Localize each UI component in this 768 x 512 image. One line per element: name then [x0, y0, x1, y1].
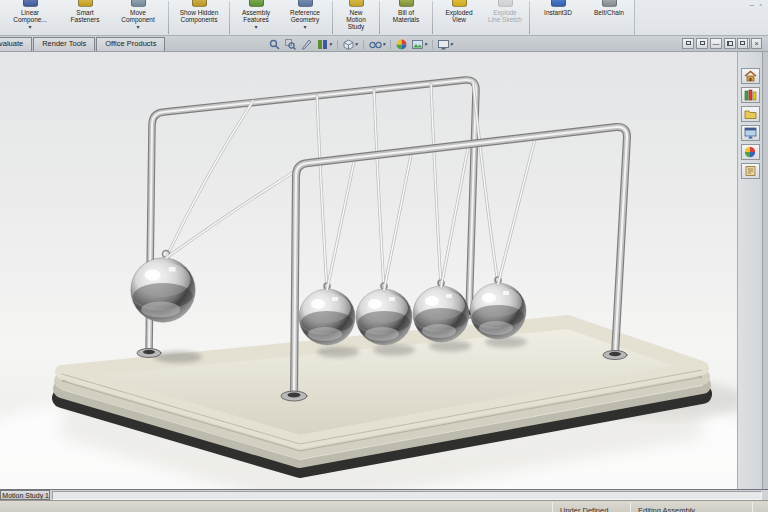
ribbon-item-instant3d[interactable]: Instant3D [532, 0, 584, 35]
chevron-down-icon[interactable]: ▾ [136, 24, 139, 30]
ribbon-tabs: Evaluate Render Tools Office Products [0, 37, 166, 51]
solidworks-resources-icon[interactable] [741, 68, 760, 84]
custom-properties-icon[interactable] [741, 163, 760, 179]
ribbon-group-separator [168, 1, 169, 34]
hide-show-items-icon[interactable]: ▾ [368, 38, 387, 50]
ribbon-empty-area: – ▫ [634, 0, 768, 35]
view-settings-icon[interactable]: ▾ [437, 38, 454, 50]
ribbon-item-move-component[interactable]: Move Component ▾ [110, 0, 166, 35]
main-area [0, 52, 768, 489]
show-hidden-components-icon [192, 0, 207, 7]
chevron-down-icon: ▾ [355, 41, 358, 47]
restore-button[interactable] [724, 38, 736, 49]
graphics-area[interactable] [0, 52, 737, 489]
ribbon-item-linear-component[interactable]: Linear Compone... ▾ [0, 0, 60, 35]
bill-of-materials-icon [399, 0, 414, 7]
window-menu-button-2[interactable] [696, 38, 708, 49]
ribbon-group-separator [432, 1, 433, 34]
ribbon-item-smart-fasteners[interactable]: Smart Fasteners [60, 0, 110, 35]
minimize-button[interactable]: — [710, 38, 722, 49]
tab-render-tools[interactable]: Render Tools [33, 37, 95, 51]
zoom-to-fit-icon[interactable] [268, 38, 281, 50]
tab-office-products[interactable]: Office Products [96, 37, 165, 51]
chevron-down-icon[interactable]: ▾ [254, 24, 257, 30]
model-tabs-bar: Motion Study 1 [0, 489, 768, 500]
ribbon-item-explode-line-sketch: Explode Line Sketch [483, 0, 527, 35]
chevron-down-icon: ▾ [329, 41, 332, 47]
toolbar-separator [390, 40, 391, 49]
app-window-controls-fragment: – ▫ [750, 1, 764, 8]
task-pane-edge[interactable] [762, 52, 768, 489]
view-palette-icon[interactable] [741, 125, 760, 141]
new-motion-study-icon [349, 0, 364, 7]
status-separator [752, 502, 753, 512]
chevron-down-icon: ▾ [383, 41, 386, 47]
display-style-icon[interactable]: ▾ [342, 38, 359, 50]
horizontal-scrollbar-track[interactable] [52, 491, 762, 500]
status-separator [630, 502, 631, 512]
assembly-features-icon [249, 0, 264, 7]
ribbon-item-new-motion-study[interactable]: New Motion Study [335, 0, 377, 35]
status-state: Under Defined [560, 506, 608, 512]
ribbon-item-bill-of-materials[interactable]: Bill of Materials [382, 0, 430, 35]
ribbon-group-separator [379, 1, 380, 34]
toolbar-separator [363, 40, 364, 49]
task-pane-controls: × [737, 38, 762, 49]
chevron-down-icon: ▾ [450, 41, 453, 47]
edit-appearance-icon[interactable] [395, 38, 408, 50]
status-separator [552, 502, 553, 512]
file-explorer-icon[interactable] [741, 106, 760, 122]
ribbon-item-assembly-features[interactable]: Assembly Features ▾ [232, 0, 280, 35]
design-library-icon[interactable] [741, 87, 760, 103]
toolbar-separator [337, 40, 338, 49]
tab-evaluate[interactable]: Evaluate [0, 37, 32, 51]
chevron-down-icon: ▾ [424, 41, 427, 47]
status-mode: Editing Assembly [638, 506, 695, 512]
move-component-icon [131, 0, 146, 7]
zoom-to-area-icon[interactable] [284, 38, 297, 50]
ribbon-item-reference-geometry[interactable]: Reference Geometry ▾ [280, 0, 330, 35]
ribbon-item-belt-chain[interactable]: Belt/Chain [584, 0, 634, 35]
instant3d-icon [551, 0, 566, 7]
solidworks-window: Linear Compone... ▾ Smart Fasteners Move… [0, 0, 768, 512]
pane-pin-button[interactable] [737, 38, 748, 49]
reference-geometry-icon [298, 0, 313, 7]
smart-fasteners-icon [78, 0, 93, 7]
ribbon-item-exploded-view[interactable]: Exploded View [435, 0, 483, 35]
appearances-scenes-icon[interactable] [741, 144, 760, 160]
raised-ball [131, 258, 195, 322]
window-menu-button[interactable] [682, 38, 694, 49]
chevron-down-icon[interactable]: ▾ [303, 24, 306, 30]
ribbon-group-separator [332, 1, 333, 34]
heads-up-view-toolbar: ▾ ▾ ▾ ▾ ▾ [268, 38, 454, 50]
section-view-icon[interactable] [300, 38, 313, 50]
linear-component-icon [23, 0, 38, 7]
tab-motion-study[interactable]: Motion Study 1 [0, 490, 50, 500]
status-bar: Under Defined Editing Assembly [0, 500, 768, 512]
command-tab-bar: Evaluate Render Tools Office Products ▾ … [0, 36, 768, 52]
task-pane-tab-strip [737, 52, 762, 489]
ribbon-group-separator [229, 1, 230, 34]
toolbar-separator [432, 40, 433, 49]
view-orientation-icon[interactable]: ▾ [316, 38, 333, 50]
ribbon: Linear Compone... ▾ Smart Fasteners Move… [0, 0, 768, 36]
ribbon-group-separator [529, 1, 530, 34]
explode-line-sketch-icon [498, 0, 513, 7]
chevron-down-icon[interactable]: ▾ [28, 24, 31, 30]
pane-close-button[interactable]: × [751, 38, 762, 49]
belt-chain-icon [602, 0, 617, 7]
exploded-view-icon [452, 0, 467, 7]
ribbon-item-show-hidden-components[interactable]: Show Hidden Components [171, 0, 227, 35]
apply-scene-icon[interactable]: ▾ [411, 38, 428, 50]
newtons-cradle-model [0, 52, 737, 489]
